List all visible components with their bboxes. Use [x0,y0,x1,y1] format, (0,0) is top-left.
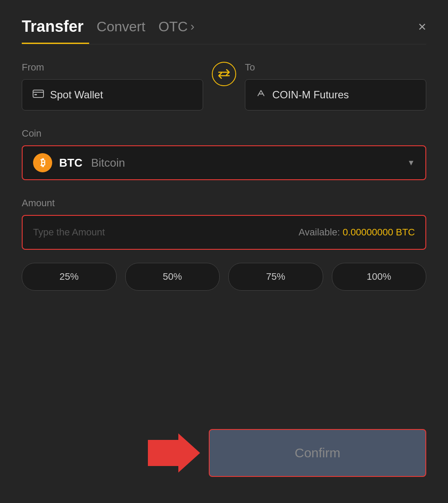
futures-icon [256,88,266,101]
amount-placeholder-text: Type the Amount [33,227,105,238]
from-section: From Spot Wallet [22,62,203,111]
card-icon [33,89,44,101]
coin-section: Coin ₿ BTC Bitcoin ▼ [22,128,426,198]
to-label: To [245,62,426,73]
amount-section: Amount Type the Amount Available: 0.0000… [22,198,426,263]
btc-symbol-icon: ₿ [40,157,45,168]
swap-button[interactable] [212,62,236,86]
from-label: From [22,62,203,73]
coin-selector[interactable]: ₿ BTC Bitcoin ▼ [22,145,426,180]
svg-marker-3 [148,433,200,473]
amount-field[interactable]: Type the Amount Available: 0.00000000 BT… [22,215,426,250]
tab-convert[interactable]: Convert [97,19,145,35]
from-wallet-selector[interactable]: Spot Wallet [22,79,203,111]
bottom-section: Confirm [22,429,426,477]
available-balance: Available: 0.00000000 BTC [299,227,415,238]
coin-symbol: BTC [59,156,82,170]
from-to-section: From Spot Wallet [22,62,426,111]
to-wallet-name: COIN-M Futures [272,89,349,101]
btc-icon: ₿ [33,153,52,172]
percent-100-button[interactable]: 100% [332,263,427,291]
coin-dropdown-arrow-icon: ▼ [407,158,415,168]
header-divider [22,44,426,44]
amount-label: Amount [22,198,426,209]
swap-wrapper [212,62,236,90]
to-section: To COIN-M Futures [245,62,426,111]
to-wallet-selector[interactable]: COIN-M Futures [245,79,426,111]
svg-rect-2 [34,94,37,95]
coin-name: Bitcoin [91,156,125,170]
confirm-button[interactable]: Confirm [209,429,426,477]
otc-chevron-icon: › [191,20,194,34]
close-button[interactable]: × [418,20,426,34]
from-wallet-name: Spot Wallet [50,89,103,101]
tab-otc[interactable]: OTC › [158,19,194,35]
transfer-modal: Transfer Convert OTC › × From Spot Wa [0,0,448,503]
red-arrow-icon [148,431,200,475]
coin-label: Coin [22,128,426,139]
tab-underline-area [22,36,426,44]
available-value: 0.00000000 BTC [343,227,415,238]
tab-transfer[interactable]: Transfer [22,17,84,36]
arrow-wrapper [22,431,209,475]
percentage-row: 25% 50% 75% 100% [22,263,426,291]
svg-rect-0 [33,90,43,97]
percent-50-button[interactable]: 50% [125,263,220,291]
percent-75-button[interactable]: 75% [228,263,323,291]
modal-header: Transfer Convert OTC › × [22,17,426,36]
percent-25-button[interactable]: 25% [22,263,117,291]
